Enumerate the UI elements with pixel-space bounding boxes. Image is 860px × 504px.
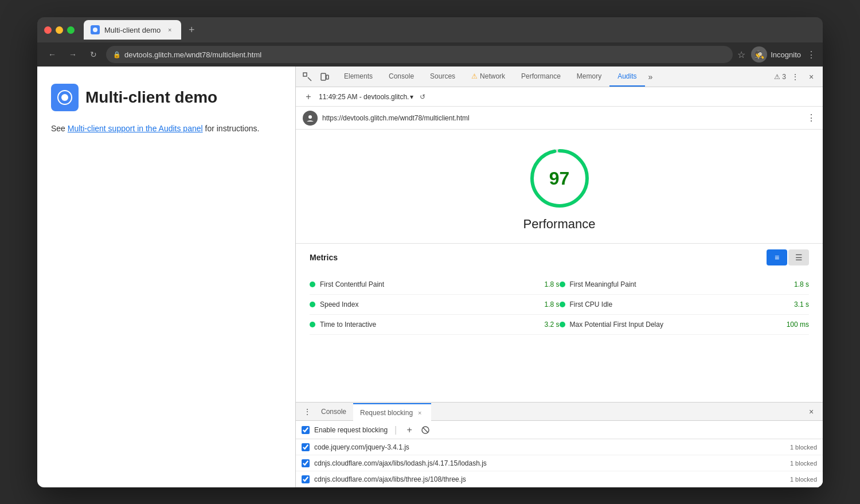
audit-main: 97 Performance Metrics ≡ ☰ [296,130,823,402]
tab-close-button[interactable]: × [165,25,174,34]
metric-fmp-dot [560,282,565,287]
page-title: Multi-client demo [85,88,217,107]
tab-network[interactable]: ⚠ Network [463,67,513,87]
bottom-tabs: ⋮ Console Request blocking × × [296,403,823,421]
network-warning-icon: ⚠ [471,72,478,80]
bottom-tab-rb-label: Request blocking [360,409,413,417]
incognito-label: Incognito [771,50,801,59]
blocking-item-1-url: cdnjs.cloudflare.com/ajax/libs/lodash.js… [314,459,785,467]
inspect-element-button[interactable] [300,70,314,84]
blocking-item-0-url: code.jquery.com/jquery-3.4.1.js [314,443,785,451]
description-suffix: for instructions. [203,124,260,133]
audit-more-button[interactable]: ⋮ [807,112,816,123]
metric-fcp-name: First Contentful Paint [320,280,540,288]
tab-console[interactable]: Console [381,67,422,87]
bottom-tab-console[interactable]: Console [314,403,353,420]
active-tab[interactable]: Multi-client demo × [84,20,181,40]
audit-add-button[interactable]: + [303,91,314,103]
enable-request-blocking-checkbox[interactable] [302,426,310,434]
title-bar: Multi-client demo × + [37,17,823,42]
metric-tti-name: Time to Interactive [320,321,540,329]
devtools-close-button[interactable]: × [804,70,818,84]
menu-button[interactable]: ⋮ [807,49,816,60]
minimize-traffic-light[interactable] [56,26,63,34]
svg-line-4 [308,77,311,81]
audit-session: 11:49:25 AM - devtools.glitch. ▾ [319,93,413,101]
blocking-item-2-checkbox[interactable] [302,475,310,483]
tab-performance[interactable]: Performance [513,67,569,87]
metric-tti-value: 3.2 s [544,321,559,329]
bottom-tab-request-blocking[interactable]: Request blocking × [353,403,431,421]
metric-si-name: Speed Index [320,300,540,308]
audit-reload-button[interactable]: ↺ [418,92,427,101]
tab-bar: Multi-client demo × + [84,20,816,40]
bottom-tab-menu-button[interactable]: ⋮ [300,405,314,419]
audit-url-text: https://devtools.glitch.me/wndt78/multic… [322,114,802,122]
bottom-tab-rb-close[interactable]: × [415,408,424,417]
close-traffic-light[interactable] [44,26,52,34]
audit-toolbar: + 11:49:25 AM - devtools.glitch. ▾ ↺ [296,87,823,107]
forward-button[interactable]: → [65,46,81,62]
warning-badge: ⚠ 3 [774,73,786,81]
devtools-more-button[interactable]: ⋮ [788,70,802,84]
metric-mpfid-value: 100 ms [787,321,809,329]
metric-row-mpfid: Max Potential First Input Delay 100 ms [560,315,810,335]
metric-mpfid-name: Max Potential First Input Delay [570,321,782,329]
browser-window: Multi-client demo × + ← → ↻ 🔒 devtools.g… [37,17,823,487]
devtools-tabs: Elements Console Sources ⚠ Network Perfo… [336,67,774,87]
tab-title: Multi-client demo [104,26,161,34]
incognito-icon: 🕵 [751,46,767,62]
metric-fmp-name: First Meaningful Paint [570,280,789,288]
metrics-title: Metrics [310,253,338,262]
bottom-close-panel-button[interactable]: × [804,405,818,419]
back-button[interactable]: ← [44,46,60,62]
metric-row-fci: First CPU Idle 3.1 s [560,295,810,315]
svg-rect-6 [326,75,329,79]
audits-panel-link[interactable]: Multi-client support in the Audits panel [68,124,203,133]
metrics-list-view-button[interactable]: ≡ [767,249,787,265]
blocking-item-1-checkbox[interactable] [302,459,310,467]
address-bar: ← → ↻ 🔒 devtools.glitch.me/wndt78/multic… [37,42,823,67]
metrics-view-toggle: ≡ ☰ [767,249,809,265]
warning-badge-icon: ⚠ [774,73,780,81]
page-description: See Multi-client support in the Audits p… [51,123,282,135]
maximize-traffic-light[interactable] [67,26,75,34]
blocking-item-2: cdnjs.cloudflare.com/ajax/libs/three.js/… [296,471,823,487]
tab-sources[interactable]: Sources [422,67,463,87]
metrics-detail-view-button[interactable]: ☰ [788,249,809,265]
bottom-panel: ⋮ Console Request blocking × × Enable re… [296,402,823,487]
metric-si-dot [310,302,315,307]
page-logo-icon [51,84,79,111]
svg-point-7 [308,115,312,119]
metric-row-fcp: First Contentful Paint 1.8 s [310,275,560,295]
block-all-button[interactable] [420,424,431,436]
tab-memory[interactable]: Memory [569,67,609,87]
metrics-grid: First Contentful Paint 1.8 s First Meani… [310,275,809,335]
tab-elements[interactable]: Elements [336,67,381,87]
audit-session-dropdown[interactable]: 11:49:25 AM - devtools.glitch. ▾ [319,93,413,101]
blocking-item-0-count: 1 blocked [790,444,817,451]
incognito-badge: 🕵 Incognito [751,46,801,62]
tab-overflow-button[interactable]: » [645,72,656,81]
add-pattern-button[interactable]: + [404,424,415,436]
tab-favicon [91,25,100,34]
devtools-header: Elements Console Sources ⚠ Network Perfo… [296,67,823,87]
tab-audits[interactable]: Audits [609,67,644,87]
new-tab-button[interactable]: + [183,22,200,38]
traffic-lights [44,26,75,34]
reload-button[interactable]: ↻ [85,46,101,62]
request-blocking-toolbar: Enable request blocking | + [296,421,823,439]
device-toolbar-button[interactable] [318,70,331,84]
url-bar[interactable]: 🔒 devtools.glitch.me/wndt78/multiclient.… [106,46,733,63]
blocking-item-2-count: 1 blocked [790,476,817,483]
url-text: devtools.glitch.me/wndt78/multiclient.ht… [124,50,261,59]
dropdown-arrow-icon: ▾ [410,93,413,101]
audit-session-label: 11:49:25 AM - devtools.glitch. [319,93,409,101]
bookmark-button[interactable]: ☆ [737,49,745,60]
svg-point-0 [93,28,97,32]
blocking-item-0: code.jquery.com/jquery-3.4.1.js 1 blocke… [296,439,823,455]
blocking-item-1-count: 1 blocked [790,460,817,467]
blocking-item-0-checkbox[interactable] [302,443,310,451]
metric-row-fmp: First Meaningful Paint 1.8 s [560,275,810,295]
metrics-section: Metrics ≡ ☰ First Contentful Paint 1.8 s [296,243,823,346]
